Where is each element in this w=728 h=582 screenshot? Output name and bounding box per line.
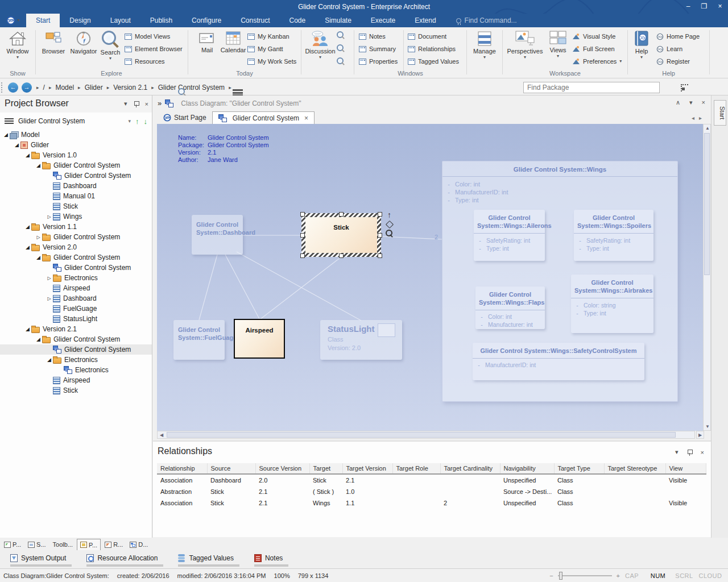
- tree-item[interactable]: Electronics: [0, 365, 152, 375]
- tree-item[interactable]: ▷Electronics: [0, 273, 152, 283]
- home-page-button[interactable]: Home Page: [656, 32, 700, 41]
- dock-tab-diagram[interactable]: D...: [127, 539, 151, 550]
- element-airbrakes-ghost[interactable]: Glider Control System::Wings::Airbrakes …: [571, 275, 653, 333]
- my-work-sets-button[interactable]: My Work Sets: [247, 57, 296, 66]
- resources-button[interactable]: Resources: [125, 57, 165, 66]
- h-scroll-thumb[interactable]: [167, 432, 676, 438]
- preferences-button[interactable]: Preferences ▾: [572, 57, 622, 66]
- pin-icon[interactable]: [134, 101, 138, 107]
- element-flaps-ghost[interactable]: Glider Control System::Wings::Flaps -Col…: [475, 286, 545, 329]
- table-row[interactable]: AbstractionStick2.1( Stick )1.0Source ->…: [157, 486, 706, 497]
- tree-item[interactable]: ◢Glider Control System: [0, 160, 152, 171]
- resize-handle[interactable]: [378, 212, 382, 217]
- diagram-canvas[interactable]: Name:Glider Control System Package:Glide…: [157, 124, 703, 431]
- full-screen-button[interactable]: Full Screen: [572, 44, 615, 53]
- tree-item[interactable]: Glider Control System: [0, 171, 152, 181]
- back-button[interactable]: ←: [8, 82, 18, 93]
- move-up-icon[interactable]: ↑: [135, 117, 139, 126]
- col-relationship[interactable]: Relationship: [157, 463, 207, 474]
- relationships-button[interactable]: Relationships: [408, 44, 456, 53]
- element-browser-button[interactable]: Element Browser: [125, 44, 183, 53]
- breadcrumb-root[interactable]: /: [43, 84, 45, 92]
- panel-close-icon[interactable]: ×: [145, 101, 148, 107]
- element-statuslight-ghost[interactable]: StatusLight Class Version: 2.0: [320, 320, 402, 360]
- panel-dropdown-icon[interactable]: ▾: [124, 100, 127, 107]
- dock-tab-1[interactable]: P...: [1, 539, 24, 550]
- tree-item[interactable]: Manual 01: [0, 191, 152, 201]
- hamburger-menu-icon[interactable]: [233, 89, 243, 96]
- tree-item[interactable]: StatusLight: [0, 314, 152, 324]
- discussion-button[interactable]: Discussion ▾: [303, 31, 338, 59]
- window-button[interactable]: Window ▾: [0, 31, 35, 59]
- tree-item[interactable]: ◢Model: [0, 130, 152, 140]
- views-button[interactable]: Views ▾: [546, 31, 570, 58]
- element-airspeed[interactable]: Airspeed: [234, 319, 285, 359]
- tree-item[interactable]: Airspeed: [0, 283, 152, 293]
- zoom-slider-thumb[interactable]: [559, 572, 562, 580]
- find-package-search-icon[interactable]: [178, 88, 186, 96]
- horizontal-scrollbar[interactable]: ◀: [157, 431, 695, 439]
- ribbon-tab-code[interactable]: Code: [279, 14, 315, 27]
- tree-item[interactable]: ◢Version 1.1: [0, 222, 152, 232]
- breadcrumb-version[interactable]: Version 2.1: [113, 84, 147, 92]
- close-button[interactable]: ×: [714, 2, 726, 11]
- tree-item[interactable]: Airspeed: [0, 375, 152, 385]
- properties-button[interactable]: Properties: [359, 57, 398, 66]
- panel-menu-icon[interactable]: ▾: [689, 99, 693, 106]
- tree-item[interactable]: Dashboard: [0, 181, 152, 191]
- restore-button[interactable]: ❐: [698, 2, 710, 11]
- tree-item[interactable]: ◢Electronics: [0, 355, 152, 365]
- my-kanban-button[interactable]: My Kanban: [247, 32, 289, 41]
- ribbon-tab-execute[interactable]: Execute: [361, 14, 405, 27]
- move-down-icon[interactable]: ↓: [144, 117, 148, 126]
- resize-handle[interactable]: [339, 253, 344, 258]
- ribbon-tab-publish[interactable]: Publish: [140, 14, 182, 27]
- col-view[interactable]: View: [665, 463, 706, 474]
- tab-resource-allocation[interactable]: Resource Allocation: [86, 552, 163, 567]
- tree-item[interactable]: ◢Version 1.0: [0, 150, 152, 160]
- h-scroll-right-arrow[interactable]: ▶: [696, 431, 704, 439]
- tree-item[interactable]: ▷Wings: [0, 211, 152, 222]
- forward-button[interactable]: →: [22, 82, 32, 93]
- col-target-type[interactable]: Target Type: [554, 463, 604, 474]
- breadcrumb-package[interactable]: Glider Control System: [158, 84, 225, 92]
- resize-handle[interactable]: [300, 212, 305, 217]
- breadcrumb-model[interactable]: Model: [55, 84, 74, 92]
- navigator-button[interactable]: N Navigator: [66, 31, 101, 55]
- resize-handle[interactable]: [300, 253, 305, 258]
- ribbon-tab-configure[interactable]: Configure: [182, 14, 231, 27]
- zoom-out-icon[interactable]: −: [549, 572, 553, 579]
- tree-item[interactable]: ◢Glider: [0, 140, 152, 150]
- search-small-button-1[interactable]: [337, 31, 345, 40]
- panel-dropdown-icon[interactable]: ▾: [675, 448, 679, 456]
- tab-system-output[interactable]: System Output: [10, 552, 72, 567]
- tree-item[interactable]: Stick: [0, 201, 152, 211]
- resize-handle[interactable]: [339, 212, 344, 217]
- element-dashboard-ghost[interactable]: Glider Control System::Dashboard: [192, 215, 243, 255]
- model-views-button[interactable]: Model Views: [125, 32, 170, 41]
- move-up-icon[interactable]: ↑: [387, 210, 391, 219]
- tree-item-selected[interactable]: Glider Control System: [0, 344, 152, 355]
- element-wings-ghost[interactable]: Glider Control System::Wings -Color: int…: [442, 161, 678, 402]
- tab-notes[interactable]: Notes: [254, 552, 288, 567]
- breadcrumb-glider[interactable]: Glider: [85, 84, 103, 92]
- v-scroll-thumb[interactable]: [704, 133, 710, 275]
- tagged-values-button[interactable]: Tagged Values: [408, 57, 459, 66]
- search-small-button-2[interactable]: [337, 44, 345, 53]
- element-ailerons-ghost[interactable]: Glider Control System::Wings::Ailerons -…: [474, 210, 545, 261]
- tab-glider-control-system[interactable]: Glider Control System ×: [212, 111, 315, 124]
- zoom-slider[interactable]: [558, 575, 612, 576]
- manage-button[interactable]: Manage ▾: [467, 31, 502, 59]
- ribbon-tab-construct[interactable]: Construct: [231, 14, 279, 27]
- collapse-panel-icon[interactable]: ∧: [676, 99, 680, 106]
- help-button[interactable]: Help ▾: [630, 31, 653, 59]
- resize-handle[interactable]: [378, 233, 382, 238]
- tree-item[interactable]: Glider Control System: [0, 263, 152, 273]
- tree-item[interactable]: ◢Glider Control System: [0, 334, 152, 344]
- visual-style-button[interactable]: Visual Style: [572, 32, 615, 41]
- panel-close-icon[interactable]: ×: [702, 99, 705, 106]
- browser-menu-icon[interactable]: [5, 118, 14, 124]
- dock-tab-2[interactable]: S...: [25, 539, 49, 550]
- notes-button[interactable]: Notes: [359, 32, 386, 41]
- my-gantt-button[interactable]: My Gantt: [247, 44, 283, 53]
